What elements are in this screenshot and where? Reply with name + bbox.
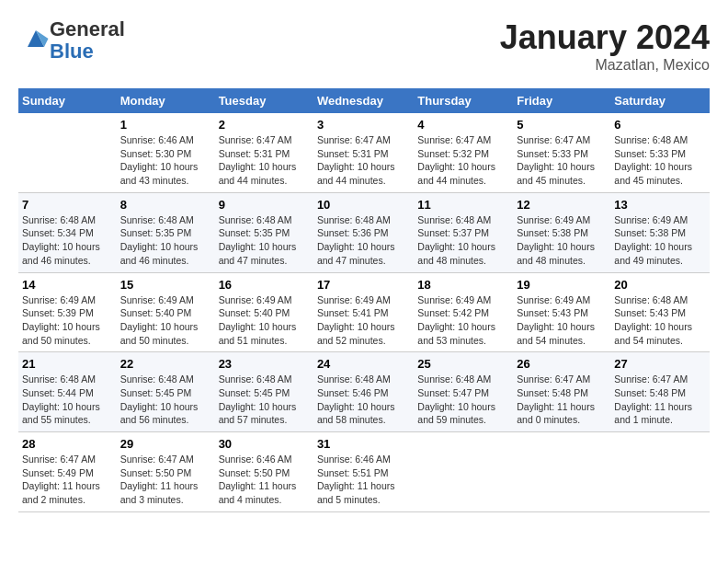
day-number: 14 (22, 278, 113, 292)
day-number: 24 (317, 357, 410, 371)
day-number: 3 (317, 118, 410, 132)
calendar-cell: 4Sunrise: 6:47 AMSunset: 5:32 PMDaylight… (414, 113, 513, 192)
calendar-cell: 6Sunrise: 6:48 AMSunset: 5:33 PMDaylight… (610, 113, 710, 192)
calendar-cell: 15Sunrise: 6:49 AMSunset: 5:40 PMDayligh… (117, 272, 215, 352)
day-info: Sunrise: 6:48 AMSunset: 5:37 PMDaylight:… (417, 213, 509, 268)
day-number: 5 (517, 118, 607, 132)
calendar-cell: 16Sunrise: 6:49 AMSunset: 5:40 PMDayligh… (215, 272, 313, 352)
calendar-cell: 26Sunrise: 6:47 AMSunset: 5:48 PMDayligh… (513, 352, 610, 432)
column-header-sunday: Sunday (18, 88, 117, 113)
calendar-cell: 18Sunrise: 6:49 AMSunset: 5:42 PMDayligh… (414, 272, 513, 352)
day-info: Sunrise: 6:49 AMSunset: 5:38 PMDaylight:… (517, 213, 607, 268)
calendar-cell: 24Sunrise: 6:48 AMSunset: 5:46 PMDayligh… (313, 352, 414, 432)
calendar-cell: 12Sunrise: 6:49 AMSunset: 5:38 PMDayligh… (513, 192, 610, 272)
calendar-cell: 25Sunrise: 6:48 AMSunset: 5:47 PMDayligh… (414, 352, 513, 432)
day-info: Sunrise: 6:48 AMSunset: 5:43 PMDaylight:… (614, 293, 706, 348)
day-number: 25 (417, 357, 509, 371)
day-number: 22 (120, 357, 211, 371)
day-number: 7 (22, 198, 113, 212)
day-info: Sunrise: 6:46 AMSunset: 5:30 PMDaylight:… (120, 133, 211, 188)
calendar-cell: 13Sunrise: 6:49 AMSunset: 5:38 PMDayligh… (610, 192, 710, 272)
day-number: 1 (120, 118, 211, 132)
calendar-cell: 31Sunrise: 6:46 AMSunset: 5:51 PMDayligh… (313, 432, 414, 512)
day-number: 18 (417, 278, 509, 292)
day-number: 21 (22, 357, 113, 371)
day-info: Sunrise: 6:48 AMSunset: 5:35 PMDaylight:… (219, 213, 310, 268)
day-number: 28 (22, 437, 113, 451)
calendar-cell: 20Sunrise: 6:48 AMSunset: 5:43 PMDayligh… (610, 272, 710, 352)
calendar-cell: 5Sunrise: 6:47 AMSunset: 5:33 PMDaylight… (513, 113, 610, 192)
calendar-cell: 1Sunrise: 6:46 AMSunset: 5:30 PMDaylight… (117, 113, 215, 192)
day-info: Sunrise: 6:48 AMSunset: 5:47 PMDaylight:… (417, 373, 509, 427)
calendar-cell: 10Sunrise: 6:48 AMSunset: 5:36 PMDayligh… (313, 192, 414, 272)
calendar-cell: 19Sunrise: 6:49 AMSunset: 5:43 PMDayligh… (513, 272, 610, 352)
calendar-week-row: 28Sunrise: 6:47 AMSunset: 5:49 PMDayligh… (18, 432, 710, 512)
day-number: 20 (614, 278, 706, 292)
logo-blue-text: Blue (50, 40, 94, 63)
day-info: Sunrise: 6:46 AMSunset: 5:50 PMDaylight:… (219, 453, 310, 507)
day-info: Sunrise: 6:47 AMSunset: 5:33 PMDaylight:… (517, 133, 607, 188)
day-number: 17 (317, 278, 410, 292)
day-info: Sunrise: 6:49 AMSunset: 5:40 PMDaylight:… (219, 293, 310, 348)
day-number: 11 (417, 198, 509, 212)
day-number: 4 (417, 118, 509, 132)
day-info: Sunrise: 6:48 AMSunset: 5:33 PMDaylight:… (614, 133, 706, 188)
page-header: General Blue January 2024 Mazatlan, Mexi… (18, 18, 710, 74)
day-info: Sunrise: 6:49 AMSunset: 5:39 PMDaylight:… (22, 293, 113, 348)
day-info: Sunrise: 6:47 AMSunset: 5:32 PMDaylight:… (417, 133, 509, 188)
day-info: Sunrise: 6:48 AMSunset: 5:34 PMDaylight:… (22, 213, 113, 268)
calendar-cell: 14Sunrise: 6:49 AMSunset: 5:39 PMDayligh… (18, 272, 117, 352)
day-number: 2 (219, 118, 310, 132)
day-info: Sunrise: 6:49 AMSunset: 5:42 PMDaylight:… (417, 293, 509, 348)
calendar-cell (414, 432, 513, 512)
column-header-monday: Monday (117, 88, 215, 113)
calendar-cell: 21Sunrise: 6:48 AMSunset: 5:44 PMDayligh… (18, 352, 117, 432)
calendar-cell: 11Sunrise: 6:48 AMSunset: 5:37 PMDayligh… (414, 192, 513, 272)
day-number: 6 (614, 118, 706, 132)
day-number: 27 (614, 357, 706, 371)
column-header-wednesday: Wednesday (313, 88, 414, 113)
calendar-week-row: 1Sunrise: 6:46 AMSunset: 5:30 PMDaylight… (18, 113, 710, 192)
day-info: Sunrise: 6:47 AMSunset: 5:31 PMDaylight:… (317, 133, 410, 188)
logo: General Blue (18, 18, 125, 63)
day-number: 26 (517, 357, 607, 371)
location-subtitle: Mazatlan, Mexico (500, 57, 710, 74)
day-number: 9 (219, 198, 310, 212)
day-number: 23 (219, 357, 310, 371)
day-info: Sunrise: 6:49 AMSunset: 5:41 PMDaylight:… (317, 293, 410, 348)
calendar-week-row: 21Sunrise: 6:48 AMSunset: 5:44 PMDayligh… (18, 352, 710, 432)
day-info: Sunrise: 6:48 AMSunset: 5:46 PMDaylight:… (317, 373, 410, 427)
day-number: 31 (317, 437, 410, 451)
day-info: Sunrise: 6:48 AMSunset: 5:35 PMDaylight:… (120, 213, 211, 268)
calendar-cell: 28Sunrise: 6:47 AMSunset: 5:49 PMDayligh… (18, 432, 117, 512)
calendar-cell: 23Sunrise: 6:48 AMSunset: 5:45 PMDayligh… (215, 352, 313, 432)
day-info: Sunrise: 6:47 AMSunset: 5:50 PMDaylight:… (120, 453, 211, 507)
calendar-cell (18, 113, 117, 192)
calendar-cell: 7Sunrise: 6:48 AMSunset: 5:34 PMDaylight… (18, 192, 117, 272)
day-info: Sunrise: 6:48 AMSunset: 5:45 PMDaylight:… (219, 373, 310, 427)
month-title: January 2024 (500, 18, 710, 57)
day-info: Sunrise: 6:46 AMSunset: 5:51 PMDaylight:… (317, 453, 410, 507)
calendar-cell (513, 432, 610, 512)
column-header-saturday: Saturday (610, 88, 710, 113)
day-info: Sunrise: 6:48 AMSunset: 5:44 PMDaylight:… (22, 373, 113, 427)
logo-icon (22, 25, 50, 52)
calendar-cell: 8Sunrise: 6:48 AMSunset: 5:35 PMDaylight… (117, 192, 215, 272)
column-header-tuesday: Tuesday (215, 88, 313, 113)
calendar-table: SundayMondayTuesdayWednesdayThursdayFrid… (18, 88, 710, 512)
day-number: 13 (614, 198, 706, 212)
day-number: 12 (517, 198, 607, 212)
calendar-cell: 22Sunrise: 6:48 AMSunset: 5:45 PMDayligh… (117, 352, 215, 432)
calendar-header-row: SundayMondayTuesdayWednesdayThursdayFrid… (18, 88, 710, 113)
calendar-cell: 27Sunrise: 6:47 AMSunset: 5:48 PMDayligh… (610, 352, 710, 432)
day-info: Sunrise: 6:49 AMSunset: 5:40 PMDaylight:… (120, 293, 211, 348)
day-info: Sunrise: 6:48 AMSunset: 5:45 PMDaylight:… (120, 373, 211, 427)
day-number: 16 (219, 278, 310, 292)
logo-general-text: General (50, 17, 125, 40)
day-number: 30 (219, 437, 310, 451)
day-info: Sunrise: 6:49 AMSunset: 5:43 PMDaylight:… (517, 293, 607, 348)
title-block: January 2024 Mazatlan, Mexico (500, 18, 710, 74)
day-info: Sunrise: 6:49 AMSunset: 5:38 PMDaylight:… (614, 213, 706, 268)
calendar-cell (610, 432, 710, 512)
column-header-friday: Friday (513, 88, 610, 113)
